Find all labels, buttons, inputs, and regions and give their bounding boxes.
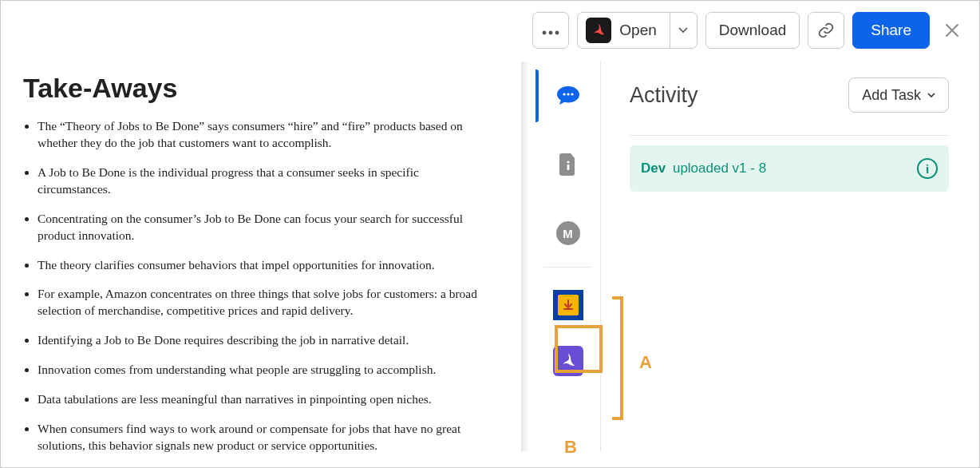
svg-rect-7 [567,165,569,170]
document-bullet: For example, Amazon concentrates on thre… [38,286,484,319]
sidebar-item-comments[interactable] [535,61,600,130]
right-sidebar: M [535,61,601,451]
annotation-label-b: B [564,437,577,458]
document-bullet: The theory clarifies consumer behaviors … [38,257,484,274]
activity-title: Activity [630,83,698,108]
info-icon: i [917,158,938,179]
open-dropdown-caret[interactable] [670,13,697,48]
svg-point-1 [549,31,553,35]
document-content: Take-Aways The “Theory of Jobs to Be Don… [4,61,521,448]
download-button[interactable]: Download [705,12,800,49]
open-button-group: Open [577,12,697,49]
adobe-acrobat-icon [586,18,611,43]
adobe-acrobat-app-icon [553,346,583,376]
download-label: Download [719,22,787,39]
activity-entry-action: uploaded v1 - 8 [673,161,766,176]
m-icon: M [556,221,580,245]
document-bullet: When consumers find ways to work around … [38,421,484,454]
download-app-icon [553,290,583,320]
svg-point-6 [567,161,569,163]
activity-entry[interactable]: Dev uploaded v1 - 8 i [630,145,949,192]
document-bullet: Data tabulations are less meaningful tha… [38,391,484,408]
chevron-down-icon [678,27,688,34]
sidebar-item-m[interactable]: M [535,199,600,268]
open-label: Open [619,22,656,39]
add-task-label: Add Task [862,87,921,104]
document-bullet: Concentrating on the consumer’s Job to B… [38,211,484,244]
document-heading: Take-Aways [23,73,502,104]
share-button[interactable]: Share [852,12,930,49]
share-label: Share [871,22,911,39]
link-icon [817,22,835,39]
svg-point-4 [567,93,569,95]
document-bullet: A Job to Be Done is the individual progr… [38,165,484,198]
document-bullet: Innovation comes from understanding what… [38,362,484,379]
sidebar-item-download-app[interactable] [535,277,600,333]
document-bullet: The “Theory of Jobs to Be Done” says con… [38,118,484,152]
close-icon [945,23,959,38]
more-icon [542,22,559,39]
svg-point-3 [563,93,565,95]
document-bullet: Identifying a Job to Be Done requires de… [38,332,484,349]
document-bullet-list: The “Theory of Jobs to Be Done” says con… [23,118,502,454]
sidebar-item-details[interactable] [535,130,600,199]
close-button[interactable] [938,16,966,45]
svg-point-2 [555,31,559,35]
activity-entry-text: Dev uploaded v1 - 8 [641,161,766,176]
activity-entry-user: Dev [641,161,666,176]
add-task-button[interactable]: Add Task [848,77,949,113]
more-button[interactable] [532,12,569,49]
vertical-divider [521,61,529,451]
activity-divider [630,135,949,136]
comments-icon [556,85,580,106]
svg-point-5 [571,93,573,95]
sidebar-item-adobe-app[interactable] [535,333,600,389]
activity-panel: Activity Add Task Dev uploaded v1 - 8 i [601,61,971,451]
document-info-icon [559,153,577,176]
open-button[interactable]: Open [578,13,669,48]
chevron-down-icon [927,93,935,98]
copy-link-button[interactable] [808,12,844,49]
svg-point-0 [543,31,547,35]
